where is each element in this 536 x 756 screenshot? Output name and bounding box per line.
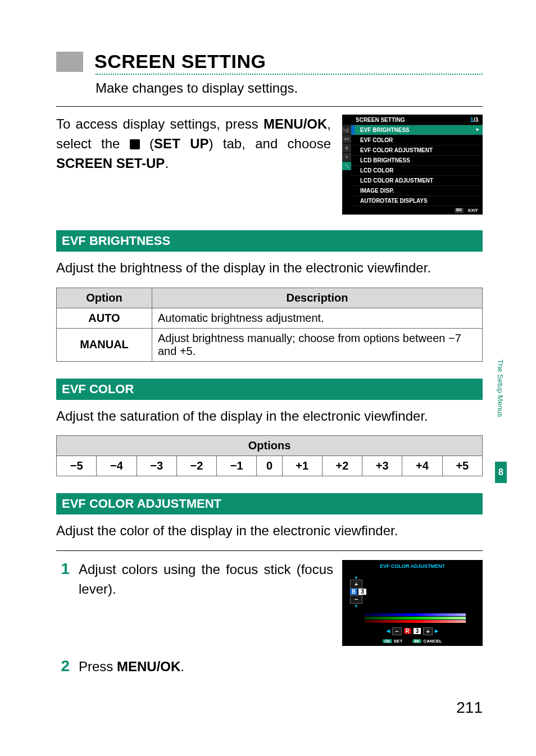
- menu-footer-exit: EXIT: [468, 208, 478, 213]
- menu-header-title: SCREEN SETTING: [356, 117, 405, 123]
- back-badge-icon: BK: [455, 208, 464, 213]
- menu-screenshot: SCREEN SETTING 1/3 I.Q. AF ⚙ ✦ 🔧 EVF BRI…: [342, 115, 483, 215]
- minus-box: −: [392, 627, 401, 635]
- adjustment-screenshot: EVF COLOR ADJUSTMENT ▲ + B3 − ▼ ◀ − R3 +…: [342, 560, 483, 646]
- plus-box: +: [423, 627, 432, 635]
- step-number-1: 1: [56, 560, 70, 578]
- menu-item: IMAGE DISP.: [351, 186, 483, 196]
- ok-badge-icon: OK: [383, 639, 392, 643]
- h-value: 3: [414, 628, 421, 634]
- menu-item-active: EVF BRIGHTNESS: [351, 125, 483, 135]
- intro-paragraph: To access display settings, press MENU/O…: [56, 115, 331, 173]
- section-desc: Adjust the color of the display in the e…: [56, 521, 483, 540]
- adj-set: SET: [394, 639, 403, 644]
- page-number: 211: [456, 699, 483, 717]
- section-heading-evf-color-adj: EVF COLOR ADJUSTMENT: [56, 493, 483, 514]
- range-cell: +1: [282, 456, 322, 476]
- step2-menuok: MENU/OK: [117, 659, 180, 674]
- range-row: −5 −4 −3 −2 −1 0 +1 +2 +3 +4 +5: [57, 456, 483, 476]
- th-options: Options: [57, 436, 483, 456]
- menu-tab-selected: 🔧: [342, 162, 351, 171]
- menu-item: EVF COLOR: [351, 135, 483, 145]
- opt-name: MANUAL: [57, 328, 152, 361]
- side-chapter-badge: 8: [495, 462, 507, 483]
- section-desc: Adjust the brightness of the display in …: [56, 258, 483, 277]
- range-cell: +5: [442, 456, 482, 476]
- intro-screen-setup: SCREEN SET-UP: [56, 156, 165, 171]
- menu-item: EVF COLOR ADJUSTMENT: [351, 145, 483, 156]
- h-label: R: [404, 628, 411, 634]
- intro-menuok: MENU/OK: [264, 116, 327, 131]
- intro-text-1: To access display settings, press: [56, 116, 264, 131]
- range-cell: −5: [57, 456, 97, 476]
- menu-page-total: /3: [474, 117, 478, 123]
- title-underline: [96, 74, 483, 75]
- table-row: AUTO Automatic brightness adjustment.: [57, 308, 483, 328]
- menu-tab: ⚙: [342, 144, 351, 153]
- step2-a: Press: [79, 659, 117, 674]
- opt-name: AUTO: [57, 308, 152, 328]
- section-heading-evf-brightness: EVF BRIGHTNESS: [56, 230, 483, 252]
- range-cell: +3: [362, 456, 402, 476]
- th-option: Option: [57, 288, 152, 308]
- range-cell: +2: [322, 456, 362, 476]
- menu-item: LCD COLOR ADJUSTMENT: [351, 176, 483, 186]
- minus-box: −: [350, 595, 362, 604]
- v-label: B: [350, 589, 357, 595]
- divider: [56, 550, 483, 551]
- adj-cancel: CANCEL: [423, 639, 442, 644]
- menu-tab: I.Q.: [342, 126, 351, 135]
- intro-text-3: ) tab, and choose: [208, 136, 331, 151]
- options-table: Option Description AUTO Automatic bright…: [56, 288, 483, 362]
- page-subtitle: Make changes to display settings.: [96, 80, 483, 96]
- side-tab-label: The Setup Menus: [496, 359, 505, 417]
- opt-desc: Automatic brightness adjustment.: [152, 308, 483, 328]
- step-number-2: 2: [56, 657, 70, 675]
- arrow-down-icon: ▼: [350, 604, 362, 609]
- range-cell: −2: [176, 456, 216, 476]
- menu-item: LCD BRIGHTNESS: [351, 156, 483, 166]
- intro-setup-tab: SET UP: [154, 136, 208, 151]
- section-desc: Adjust the saturation of the display in …: [56, 407, 483, 426]
- back-badge-icon: BK: [412, 639, 421, 643]
- step-1-text: Adjust colors using the focus stick (foc…: [79, 560, 333, 599]
- page-title: SCREEN SETTING: [94, 51, 266, 72]
- table-row: MANUAL Adjust brightness manually; choos…: [57, 328, 483, 361]
- menu-tab-strip: I.Q. AF ⚙ ✦ 🔧: [342, 126, 351, 171]
- wrench-icon: [130, 139, 140, 149]
- menu-tab: ✦: [342, 153, 351, 162]
- menu-tab: AF: [342, 135, 351, 144]
- divider: [56, 106, 483, 107]
- range-cell: −3: [137, 456, 176, 476]
- intro-period: .: [165, 156, 169, 171]
- range-table: Options −5 −4 −3 −2 −1 0 +1 +2 +3 +4 +5: [56, 435, 483, 476]
- range-cell: +4: [402, 456, 442, 476]
- range-cell: 0: [257, 456, 282, 476]
- opt-desc: Adjust brightness manually; choose from …: [152, 328, 483, 361]
- arrow-left-icon: ◀: [387, 629, 390, 634]
- menu-item: AUTOROTATE DISPLAYS: [351, 196, 483, 206]
- range-cell: −1: [217, 456, 257, 476]
- plus-box: +: [350, 580, 362, 589]
- v-value: 3: [358, 589, 366, 595]
- section-heading-evf-color: EVF COLOR: [56, 379, 483, 400]
- color-bars: [365, 613, 477, 623]
- th-description: Description: [152, 288, 483, 308]
- step2-c: .: [180, 659, 184, 674]
- arrow-right-icon: ▶: [435, 629, 438, 634]
- arrow-up-icon: ▲: [350, 575, 362, 580]
- adj-title: EVF COLOR ADJUSTMENT: [348, 563, 477, 569]
- title-decor-box: [56, 52, 83, 72]
- range-cell: −4: [97, 456, 137, 476]
- menu-item: LCD COLOR: [351, 166, 483, 176]
- step-2-text: Press MENU/OK.: [79, 657, 483, 677]
